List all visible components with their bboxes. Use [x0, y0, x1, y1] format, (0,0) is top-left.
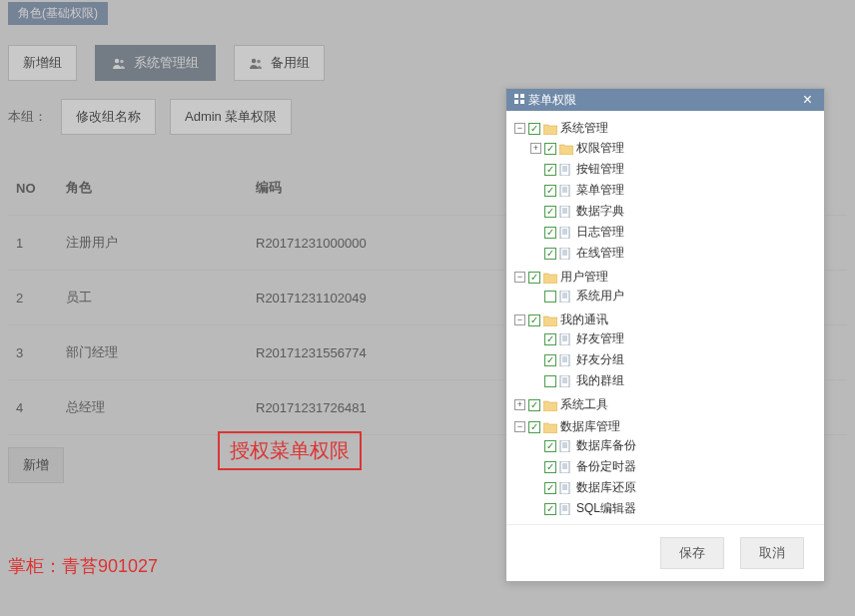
tree-node: ✓我的群组	[530, 370, 820, 391]
checkbox[interactable]: ✓	[528, 272, 540, 284]
expand-icon[interactable]: +	[530, 143, 541, 154]
tree-node-label[interactable]: 权限管理	[576, 140, 624, 157]
tree-node-label[interactable]: 我的群组	[576, 372, 624, 389]
expander-placeholder	[530, 333, 541, 344]
tree-node-label[interactable]: 数据字典	[576, 203, 624, 220]
footer-note: 掌柜：青苔901027	[8, 554, 158, 578]
tree-node-label[interactable]: SQL编辑器	[576, 500, 636, 517]
checkbox[interactable]: ✓	[528, 314, 540, 326]
checkbox[interactable]: ✓	[544, 503, 556, 515]
expander-placeholder	[530, 227, 541, 238]
svg-rect-7	[520, 100, 524, 104]
svg-rect-24	[560, 248, 569, 260]
tree-node-label[interactable]: 日志管理	[576, 224, 624, 241]
tree-node-label[interactable]: 用户管理	[560, 269, 608, 286]
collapse-icon[interactable]: −	[514, 314, 525, 325]
file-icon	[559, 482, 573, 494]
grid-icon	[514, 93, 524, 107]
folder-icon	[543, 421, 557, 433]
checkbox[interactable]: ✓	[544, 164, 556, 176]
annotation-box: 授权菜单权限	[218, 431, 362, 470]
dialog-body[interactable]: −✓系统管理+✓权限管理✓按钮管理✓菜单管理✓数据字典✓日志管理✓在线管理−✓用…	[506, 111, 824, 524]
svg-rect-32	[560, 333, 569, 345]
tree-node: ✓系统用户	[530, 286, 820, 307]
file-icon	[559, 291, 573, 303]
expander-placeholder	[530, 482, 541, 493]
folder-icon	[543, 314, 557, 326]
file-icon	[559, 503, 573, 515]
tree-node-label[interactable]: 数据库还原	[576, 479, 636, 496]
collapse-icon[interactable]: −	[514, 123, 525, 134]
tree-node-label[interactable]: 系统工具	[560, 396, 608, 413]
expander-placeholder	[530, 375, 541, 386]
expander-placeholder	[530, 503, 541, 514]
checkbox[interactable]: ✓	[544, 143, 556, 155]
checkbox[interactable]: ✓	[544, 354, 556, 366]
svg-rect-40	[560, 375, 569, 387]
checkbox[interactable]: ✓	[544, 248, 556, 260]
close-icon[interactable]: ×	[799, 91, 816, 109]
file-icon	[559, 248, 573, 260]
folder-icon	[543, 272, 557, 284]
svg-rect-16	[560, 206, 569, 218]
tree-node-label[interactable]: 在线管理	[576, 245, 624, 262]
tree-node: ✓按钮管理	[530, 159, 820, 180]
svg-rect-8	[560, 164, 569, 176]
tree-node-label[interactable]: 数据库备份	[576, 437, 636, 454]
collapse-icon[interactable]: −	[514, 421, 525, 432]
collapse-icon[interactable]: −	[514, 272, 525, 283]
tree-node-label[interactable]: 按钮管理	[576, 161, 624, 178]
tree-node-label[interactable]: 好友分组	[576, 351, 624, 368]
checkbox[interactable]: ✓	[544, 440, 556, 452]
svg-rect-28	[560, 291, 569, 303]
checkbox[interactable]: ✓	[544, 291, 556, 303]
tree-node: ✓好友管理	[530, 328, 820, 349]
tree-node-label[interactable]: 好友管理	[576, 330, 624, 347]
tree-node: ✓备份定时器	[530, 456, 820, 477]
tree-node: ✓在线管理	[530, 243, 820, 264]
tree-node: −✓数据库管理✓数据库备份✓备份定时器✓数据库还原✓SQL编辑器	[514, 415, 820, 521]
file-icon	[559, 164, 573, 176]
tree-node: ✓数据字典	[530, 201, 820, 222]
tree-node: ✓好友分组	[530, 349, 820, 370]
cancel-button[interactable]: 取消	[740, 537, 804, 569]
checkbox[interactable]: ✓	[544, 227, 556, 239]
checkbox[interactable]: ✓	[544, 185, 556, 197]
file-icon	[559, 206, 573, 218]
tree-node: −✓系统管理+✓权限管理✓按钮管理✓菜单管理✓数据字典✓日志管理✓在线管理	[514, 117, 820, 266]
svg-rect-48	[560, 461, 569, 473]
svg-rect-5	[520, 94, 524, 98]
file-icon	[559, 375, 573, 387]
tree-node-label[interactable]: 数据库管理	[560, 418, 620, 435]
tree-node: +✓系统工具	[514, 393, 820, 415]
svg-rect-52	[560, 482, 569, 494]
tree-node-label[interactable]: 备份定时器	[576, 458, 636, 475]
folder-icon	[543, 123, 557, 135]
tree-node-label[interactable]: 菜单管理	[576, 182, 624, 199]
checkbox[interactable]: ✓	[544, 375, 556, 387]
expander-placeholder	[530, 354, 541, 365]
checkbox[interactable]: ✓	[528, 123, 540, 135]
checkbox[interactable]: ✓	[528, 421, 540, 433]
tree-node: ✓数据库还原	[530, 477, 820, 498]
expander-placeholder	[530, 185, 541, 196]
svg-rect-4	[514, 94, 518, 98]
expander-placeholder	[530, 291, 541, 302]
checkbox[interactable]: ✓	[544, 333, 556, 345]
tree-node: −✓用户管理✓系统用户	[514, 266, 820, 308]
tree-node-label[interactable]: 系统管理	[560, 120, 608, 137]
checkbox[interactable]: ✓	[544, 206, 556, 218]
file-icon	[559, 185, 573, 197]
checkbox[interactable]: ✓	[544, 461, 556, 473]
dialog-footer: 保存 取消	[506, 524, 824, 581]
checkbox[interactable]: ✓	[528, 399, 540, 411]
tree-node-label[interactable]: 我的通讯	[560, 311, 608, 328]
dialog-title: 菜单权限	[528, 92, 576, 109]
expand-icon[interactable]: +	[514, 399, 525, 410]
save-button[interactable]: 保存	[660, 537, 724, 569]
svg-rect-12	[560, 185, 569, 197]
checkbox[interactable]: ✓	[544, 482, 556, 494]
dialog-header: 菜单权限 ×	[506, 89, 824, 111]
tree-node-label[interactable]: 系统用户	[576, 288, 624, 305]
svg-rect-36	[560, 354, 569, 366]
